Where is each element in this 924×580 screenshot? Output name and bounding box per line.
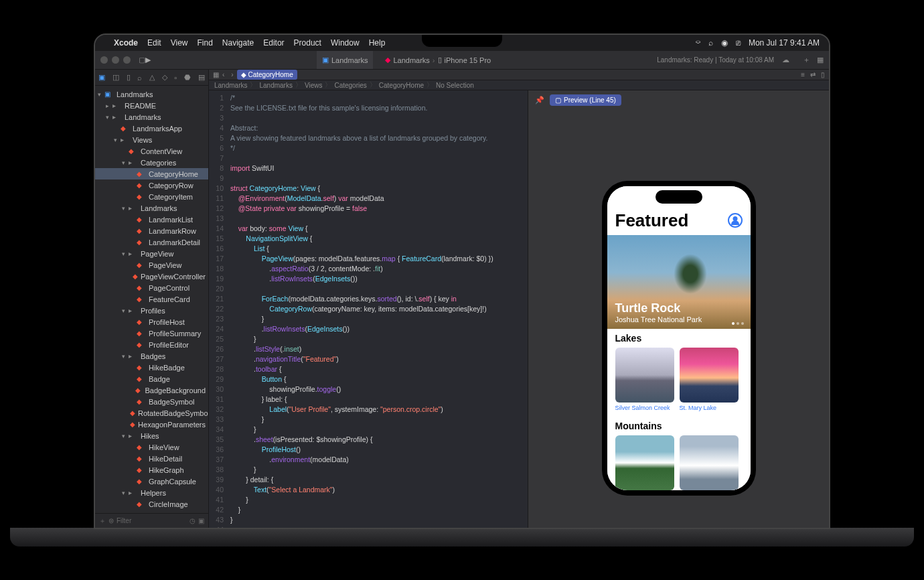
preview-badge[interactable]: ▢ Preview (Line 45) — [550, 94, 621, 106]
menu-product[interactable]: Product — [294, 38, 321, 48]
tree-item[interactable]: ◆CategoryRow — [95, 179, 208, 191]
menu-edit[interactable]: Edit — [147, 38, 161, 48]
code-line[interactable]: 24 .listRowInsets(EdgeInsets()) — [209, 324, 528, 334]
code-line[interactable]: 5A view showing featured landmarks above… — [209, 133, 528, 143]
tree-item[interactable]: ◆ContentView — [95, 145, 208, 157]
breadcrumb-item[interactable]: Categories — [334, 82, 366, 89]
code-line[interactable]: 7 — [209, 153, 528, 163]
window-controls[interactable] — [100, 56, 131, 64]
menu-window[interactable]: Window — [331, 38, 360, 48]
tree-item[interactable]: ▾▸Views — [95, 134, 208, 145]
close-icon[interactable] — [100, 56, 108, 64]
add-icon[interactable]: ＋ — [803, 55, 810, 65]
breadcrumb-item[interactable]: Landmarks — [259, 82, 292, 89]
scm-icon[interactable]: ▣ — [198, 517, 204, 524]
code-line[interactable]: 27 .navigationTitle("Featured") — [209, 354, 528, 364]
back-button[interactable]: ‹ — [219, 71, 228, 78]
editor-tab[interactable]: ◆ CategoryHome — [237, 70, 297, 80]
breakpoint-nav-icon[interactable]: ⬣ — [184, 73, 191, 82]
tree-item[interactable]: ◆LandmarkDetail — [95, 236, 208, 248]
code-line[interactable]: 39 } detail: { — [209, 475, 528, 485]
code-line[interactable]: 37 .environment(modelData) — [209, 455, 528, 465]
recent-icon[interactable]: ◷ — [189, 517, 196, 524]
code-line[interactable]: 22 CategoryRow(categoryName: key, items:… — [209, 304, 528, 314]
code-line[interactable]: 11 @Environment(ModelData.self) var mode… — [209, 194, 528, 204]
page-indicator[interactable] — [732, 322, 744, 325]
menubar-datetime[interactable]: Mon Jul 17 9:41 AM — [749, 38, 820, 48]
code-line[interactable]: 14 var body: some View { — [209, 224, 528, 234]
code-line[interactable]: 16 List { — [209, 244, 528, 254]
navigator-selector[interactable]: ▣ ◫ ▯ ⌕ △ ◇ ▫ ⬣ ▤ — [95, 70, 208, 86]
test-nav-icon[interactable]: ◇ — [162, 73, 167, 82]
tree-item[interactable]: ◆GraphCapsule — [95, 476, 208, 487]
report-nav-icon[interactable]: ▤ — [198, 73, 205, 82]
pin-icon[interactable]: 📌 — [535, 96, 544, 104]
breadcrumb-item[interactable]: No Selection — [436, 82, 474, 89]
landmark-card[interactable]: Silver Salmon Creek — [615, 348, 674, 411]
code-line[interactable]: 19 .listRowInsets(EdgeInsets()) — [209, 274, 528, 284]
code-line[interactable]: 12 @State private var showingProfile = f… — [209, 204, 528, 214]
code-line[interactable]: 40 Text("Select a Landmark") — [209, 485, 528, 495]
landmark-card[interactable]: St. Mary Lake — [680, 348, 739, 411]
code-line[interactable]: 15 NavigationSplitView { — [209, 234, 528, 244]
tree-item[interactable]: ◆HikeDetail — [95, 453, 208, 464]
app-preview[interactable]: Featured Turtle Rock Joshua Tree Nationa… — [607, 186, 751, 490]
code-line[interactable]: 32 Label("User Profile", systemImage: "p… — [209, 405, 528, 415]
code-line[interactable]: 41 } — [209, 495, 528, 505]
tree-item[interactable]: ◆BadgeBackground — [95, 384, 208, 396]
tree-item[interactable]: ◆CircleImage — [95, 498, 208, 510]
filter-bar[interactable]: ＋ ⊜ Filter ◷ ▣ — [95, 513, 208, 528]
tree-item[interactable]: ◆LandmarkRow — [95, 225, 208, 236]
tree-item[interactable]: ◆BadgeSymbol — [95, 396, 208, 407]
tree-item[interactable]: ▾▸Hikes — [95, 430, 208, 441]
tree-item[interactable]: ◆CategoryHome — [95, 168, 208, 179]
menu-help[interactable]: Help — [369, 38, 386, 48]
breadcrumb-item[interactable]: Views — [305, 82, 323, 89]
code-line[interactable]: 20 — [209, 284, 528, 294]
debug-nav-icon[interactable]: ▫ — [174, 74, 177, 82]
code-line[interactable]: 18 .aspectRatio(3 / 2, contentMode: .fit… — [209, 264, 528, 274]
tree-item[interactable]: ◆PageView — [95, 259, 208, 271]
tree-item[interactable]: ◆PageControl — [95, 282, 208, 293]
code-line[interactable]: 21 ForEach(modelData.categories.keys.sor… — [209, 294, 528, 304]
code-line[interactable]: 38 } — [209, 465, 528, 475]
minimize-icon[interactable] — [112, 56, 119, 64]
code-line[interactable]: 17 PageView(pages: modelData.features.ma… — [209, 254, 528, 264]
find-nav-icon[interactable]: ⌕ — [137, 74, 142, 82]
feature-card[interactable]: Turtle Rock Joshua Tree National Park — [607, 235, 751, 329]
tree-item[interactable]: ◆Badge — [95, 373, 208, 384]
wifi-icon[interactable]: ⌔ — [696, 38, 700, 48]
tree-item[interactable]: ◆ProfileEditor — [95, 339, 208, 350]
code-line[interactable]: 29 Button { — [209, 374, 528, 384]
symbol-nav-icon[interactable]: ▯ — [127, 73, 131, 82]
tree-item[interactable]: ◆HikeView — [95, 441, 208, 453]
tree-item[interactable]: ▾▸Landmarks — [95, 111, 208, 123]
code-line[interactable]: 10struct CategoryHome: View { — [209, 184, 528, 194]
code-line[interactable]: 28 .toolbar { — [209, 364, 528, 374]
code-line[interactable]: 42 } — [209, 505, 528, 515]
tree-item[interactable]: ◆HikeBadge — [95, 362, 208, 373]
landmark-card[interactable]: ilkoot Trail — [615, 435, 674, 490]
app-name[interactable]: Xcode — [114, 38, 138, 48]
related-icon[interactable]: ▦ — [213, 71, 219, 78]
add-icon[interactable]: ＋ — [99, 516, 106, 526]
tree-item[interactable]: ◆RotatedBadgeSymbol — [95, 407, 208, 419]
code-line[interactable]: 25 } — [209, 334, 528, 344]
code-line[interactable]: 35 .sheet(isPresented: $showingProfile) … — [209, 435, 528, 445]
user-icon[interactable]: ◉ — [721, 38, 728, 48]
tree-item[interactable]: ▸▸README — [95, 100, 208, 111]
tree-item[interactable]: ◆LandmarkList — [95, 214, 208, 225]
code-editor[interactable]: 1/*2See the LICENSE.txt file for this sa… — [209, 90, 528, 529]
code-line[interactable]: 13 — [209, 214, 528, 224]
menu-view[interactable]: View — [171, 38, 188, 48]
tree-item[interactable]: ◆HikeGraph — [95, 464, 208, 476]
landmark-card[interactable]: Lake McDonald — [680, 435, 739, 490]
breadcrumb-item[interactable]: CategoryHome — [379, 82, 424, 89]
cloud-icon[interactable]: ☁ — [782, 56, 789, 64]
tree-item[interactable]: ▾▸Landmarks — [95, 202, 208, 214]
tree-item[interactable]: ▾▸Helpers — [95, 487, 208, 498]
control-center-icon[interactable]: ⎚ — [736, 38, 741, 48]
code-line[interactable]: 1/* — [209, 93, 528, 103]
run-button[interactable]: ▶ — [145, 56, 151, 64]
code-line[interactable]: 44 — [209, 525, 528, 529]
